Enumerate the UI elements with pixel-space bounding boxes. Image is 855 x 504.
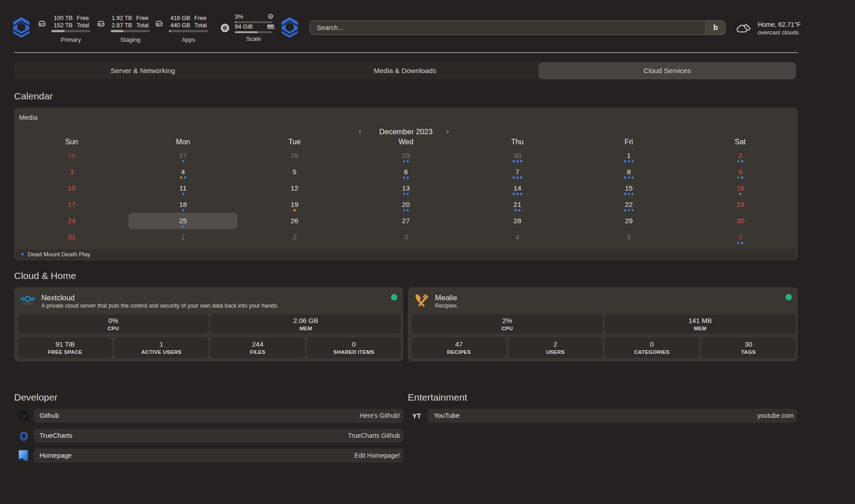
svg-text:Nextcloud: Nextcloud [23, 303, 33, 305]
